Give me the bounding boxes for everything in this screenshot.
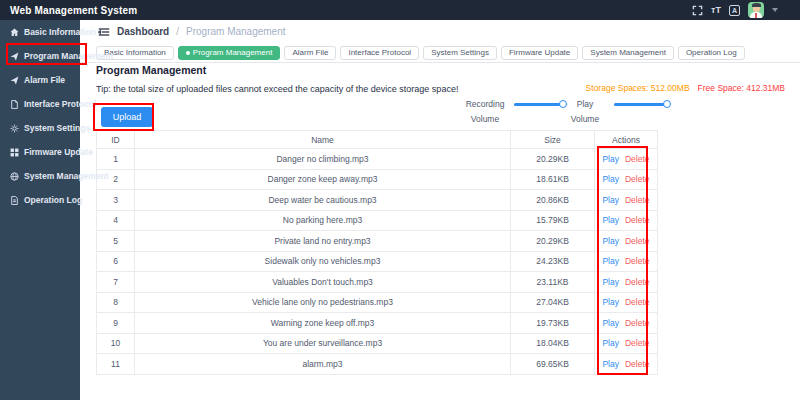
fullscreen-icon[interactable] [692,5,703,16]
play-link[interactable]: Play [602,195,619,205]
play-volume-slider[interactable] [614,103,668,106]
sidebar-item-operation-log[interactable]: Operation Log [0,188,80,212]
delete-link[interactable]: Delete [625,359,650,369]
cell-id: 3 [97,190,135,211]
column-header-name: Name [135,131,511,149]
sidebar-item-program-management[interactable]: Program Management [0,44,80,68]
cell-size: 27.04KB [511,292,595,313]
avatar[interactable] [748,2,764,18]
cell-name: You are under surveillance.mp3 [135,333,511,354]
sidebar-item-alarm-file[interactable]: Alarm File [0,68,80,92]
cell-actions: PlayDelete [595,149,658,170]
play-link[interactable]: Play [602,256,619,266]
delete-link[interactable]: Delete [625,215,650,225]
cell-actions: PlayDelete [595,313,658,334]
active-dot-icon [186,51,190,55]
tab-alarm-file[interactable]: Alarm File [284,46,336,60]
cell-id: 7 [97,272,135,293]
table-row: 10You are under surveillance.mp318.04KBP… [97,333,658,354]
tab-system-settings[interactable]: System Settings [423,46,497,60]
tab-bar-divider [80,62,800,63]
breadcrumb-dashboard[interactable]: Dashboard [117,26,169,37]
play-link[interactable]: Play [602,277,619,287]
tab-label: System Settings [431,48,489,57]
play-link[interactable]: Play [602,338,619,348]
cell-name: alarm.mp3 [135,354,511,375]
slider-handle[interactable] [663,100,671,108]
storage-free: Free Space: 412.31MB [698,83,785,93]
cell-name: Vehicle lane only no pedestrians.mp3 [135,292,511,313]
globe-icon [9,171,19,181]
tab-label: Operation Log [686,48,737,57]
column-header-size: Size [511,131,595,149]
tip-text: Tip: the total size of uploaded files ca… [96,84,458,94]
play-link[interactable]: Play [602,236,619,246]
recording-volume-label: Recording Volume [462,97,508,127]
cell-actions: PlayDelete [595,292,658,313]
tab-interface-protocol[interactable]: Interface Protocol [340,46,419,60]
tab-program-management[interactable]: Program Management [178,46,281,60]
play-volume-label: Play Volume [562,97,608,127]
cell-name: Valuables Don't touch.mp3 [135,272,511,293]
sidebar-item-system-settings[interactable]: System Settings [0,116,80,140]
storage-total: Storage Spaces: 512.00MB [586,83,690,93]
breadcrumb: Dashboard / Program Management [98,26,286,37]
language-icon[interactable]: A [729,5,740,16]
delete-link[interactable]: Delete [625,338,650,348]
tab-label: Program Management [193,48,273,57]
cell-size: 20.29KB [511,149,595,170]
tab-label: Alarm File [292,48,328,57]
recording-volume-slider[interactable] [514,103,568,106]
delete-link[interactable]: Delete [625,236,650,246]
play-link[interactable]: Play [602,359,619,369]
cell-actions: PlayDelete [595,231,658,252]
sidebar-item-system-management[interactable]: System Management [0,164,80,188]
delete-link[interactable]: Delete [625,318,650,328]
grid-icon [9,147,19,157]
cell-id: 11 [97,354,135,375]
cell-id: 8 [97,292,135,313]
play-link[interactable]: Play [602,154,619,164]
chevron-down-icon[interactable] [772,8,778,12]
cell-size: 20.29KB [511,231,595,252]
page: Web Management System тT A Basic Informa… [0,0,800,400]
send-icon [9,51,19,61]
cell-name: Danger zone keep away.mp3 [135,169,511,190]
cell-actions: PlayDelete [595,190,658,211]
table-header-row: IDNameSizeActions [97,131,658,149]
cell-name: Danger no climbing.mp3 [135,149,511,170]
play-link[interactable]: Play [602,215,619,225]
delete-link[interactable]: Delete [625,154,650,164]
app-title: Web Management System [0,5,137,16]
play-link[interactable]: Play [602,174,619,184]
avatar-hair [752,3,761,7]
font-size-icon[interactable]: тT [711,6,721,15]
sidebar-item-label: System Settings [24,123,90,133]
sidebar-item-interface-protocol[interactable]: Interface Protocol [0,92,80,116]
sidebar-menu: Basic InformationProgram ManagementAlarm… [0,20,80,212]
collapse-menu-icon[interactable] [98,27,110,37]
tab-label: Interface Protocol [348,48,411,57]
delete-link[interactable]: Delete [625,256,650,266]
sidebar-item-firmware-update[interactable]: Firmware Update [0,140,80,164]
delete-link[interactable]: Delete [625,297,650,307]
program-file-table: IDNameSizeActions 1Danger no climbing.mp… [96,130,658,375]
tab-firmware-update[interactable]: Firmware Update [501,46,578,60]
table-row: 5Private land no entry.mp320.29KBPlayDel… [97,231,658,252]
sidebar-item-basic-information[interactable]: Basic Information [0,20,80,44]
sidebar-item-label: Interface Protocol [24,99,96,109]
sidebar-item-label: Basic Information [24,27,96,37]
delete-link[interactable]: Delete [625,174,650,184]
play-link[interactable]: Play [602,297,619,307]
upload-button[interactable]: Upload [101,107,153,127]
play-link[interactable]: Play [602,318,619,328]
cell-actions: PlayDelete [595,169,658,190]
tab-operation-log[interactable]: Operation Log [678,46,745,60]
tab-system-management[interactable]: System Management [582,46,674,60]
delete-link[interactable]: Delete [625,277,650,287]
cell-id: 10 [97,333,135,354]
cell-size: 18.61KB [511,169,595,190]
breadcrumb-separator: / [176,26,179,37]
cell-actions: PlayDelete [595,333,658,354]
delete-link[interactable]: Delete [625,195,650,205]
